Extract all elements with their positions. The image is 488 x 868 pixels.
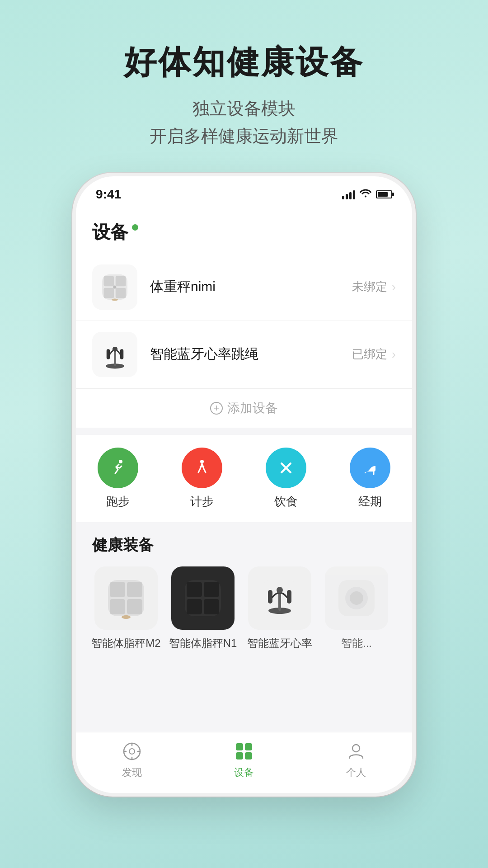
health-section-title: 健康装备 — [92, 535, 396, 556]
running-circle — [98, 448, 138, 488]
equipment-icon-n1 — [171, 566, 235, 630]
period-circle — [350, 448, 390, 488]
svg-rect-19 — [110, 599, 125, 614]
nav-item-profile[interactable]: 个人 — [344, 740, 368, 779]
equipment-item-m2[interactable]: 智能体脂秤M2 — [92, 566, 160, 651]
scale-icon-wrapper — [92, 264, 137, 310]
svg-point-35 — [350, 591, 363, 605]
health-section: 健康装备 — [76, 522, 412, 658]
svg-rect-43 — [245, 743, 252, 750]
phone-content[interactable]: 设备 — [76, 206, 412, 732]
activity-item-running[interactable]: 跑步 — [98, 448, 138, 509]
svg-rect-23 — [187, 582, 202, 597]
activity-item-steps[interactable]: 计步 — [182, 448, 222, 509]
svg-rect-17 — [110, 582, 125, 597]
main-title: 好体知健康设备 — [27, 41, 461, 84]
svg-rect-20 — [127, 599, 142, 614]
device-status-rope: 已绑定 — [352, 346, 387, 362]
wifi-icon — [360, 189, 371, 200]
nav-label-profile: 个人 — [346, 766, 366, 779]
svg-rect-3 — [104, 288, 114, 298]
svg-rect-9 — [106, 349, 110, 359]
running-label: 跑步 — [106, 494, 130, 509]
equipment-label-4: 智能... — [341, 636, 372, 651]
add-device-row[interactable]: + 添加设备 — [76, 388, 412, 428]
nav-label-devices: 设备 — [234, 766, 254, 779]
rope-arrow-icon: › — [392, 347, 396, 362]
notification-dot — [132, 224, 138, 231]
svg-rect-30 — [268, 590, 272, 604]
rope-icon — [98, 337, 132, 371]
status-icons — [342, 189, 392, 200]
phone-mockup: 9:41 — [72, 173, 416, 797]
profile-icon — [344, 740, 368, 763]
svg-rect-4 — [116, 288, 126, 298]
devices-icon — [232, 740, 256, 763]
svg-point-5 — [113, 285, 117, 288]
status-time: 9:41 — [96, 187, 121, 202]
equipment-icon-hr — [248, 566, 311, 630]
device-name-scale: 体重秤nimi — [150, 278, 352, 296]
svg-rect-8 — [114, 350, 116, 366]
add-icon: + — [210, 402, 223, 415]
svg-rect-1 — [104, 276, 114, 286]
equipment-item-n1[interactable]: 智能体脂秤N1 — [169, 566, 237, 651]
equipment-item-4[interactable]: 智能... — [323, 566, 390, 651]
discover-icon — [120, 740, 144, 763]
equipment-icon-m2 — [94, 566, 158, 630]
equipment-icon-4 — [325, 566, 388, 630]
diet-circle — [266, 448, 306, 488]
svg-rect-31 — [287, 590, 291, 604]
nav-item-devices[interactable]: 设备 — [232, 740, 256, 779]
svg-point-11 — [112, 347, 117, 352]
battery-icon — [376, 190, 392, 198]
svg-rect-25 — [187, 599, 202, 614]
period-label: 经期 — [358, 494, 382, 509]
svg-point-46 — [352, 745, 360, 752]
equipment-label-n1: 智能体脂秤N1 — [169, 636, 237, 651]
svg-rect-18 — [127, 582, 142, 597]
nav-item-discover[interactable]: 发现 — [120, 740, 144, 779]
device-status-scale: 未绑定 — [352, 279, 387, 295]
signal-icon — [342, 189, 355, 199]
bottom-nav: 发现 设备 — [76, 732, 412, 793]
activity-shortcuts: 跑步 计步 — [76, 435, 412, 522]
svg-rect-45 — [245, 752, 252, 760]
phone-inner: 9:41 — [76, 176, 412, 793]
equipment-label-hr: 智能蓝牙心率 — [247, 636, 312, 651]
scale-arrow-icon: › — [392, 280, 396, 294]
status-bar: 9:41 — [76, 176, 412, 206]
device-item-rope[interactable]: 智能蓝牙心率跳绳 已绑定 › — [76, 321, 412, 388]
svg-rect-42 — [236, 743, 243, 750]
steps-label: 计步 — [190, 494, 214, 509]
svg-rect-26 — [204, 599, 219, 614]
svg-point-6 — [112, 298, 118, 301]
nav-label-discover: 发现 — [122, 766, 142, 779]
svg-point-12 — [119, 460, 122, 463]
svg-rect-29 — [278, 591, 281, 611]
scale-icon — [99, 271, 131, 303]
svg-point-21 — [122, 615, 131, 619]
activity-item-diet[interactable]: 饮食 — [266, 448, 306, 509]
device-item-scale[interactable]: 体重秤nimi 未绑定 › — [76, 254, 412, 321]
devices-section-header: 设备 — [76, 206, 412, 254]
equipment-item-hr[interactable]: 智能蓝牙心率 — [246, 566, 314, 651]
svg-point-13 — [200, 460, 204, 463]
svg-rect-44 — [236, 752, 243, 760]
device-list: 体重秤nimi 未绑定 › — [76, 254, 412, 428]
rope-icon-wrapper — [92, 332, 137, 377]
add-device-label: 添加设备 — [227, 400, 278, 417]
header-area: 好体知健康设备 独立设备模块 开启多样健康运动新世界 — [0, 0, 488, 173]
svg-point-37 — [129, 749, 135, 754]
sub-title: 独立设备模块 开启多样健康运动新世界 — [27, 95, 461, 150]
svg-rect-24 — [204, 582, 219, 597]
devices-title: 设备 — [92, 220, 128, 245]
equipment-label-m2: 智能体脂秤M2 — [92, 636, 161, 651]
svg-rect-2 — [116, 276, 126, 286]
svg-rect-10 — [120, 349, 123, 359]
steps-circle — [182, 448, 222, 488]
device-name-rope: 智能蓝牙心率跳绳 — [150, 345, 352, 363]
diet-label: 饮食 — [274, 494, 298, 509]
svg-point-32 — [277, 587, 283, 593]
activity-item-period[interactable]: 经期 — [350, 448, 390, 509]
